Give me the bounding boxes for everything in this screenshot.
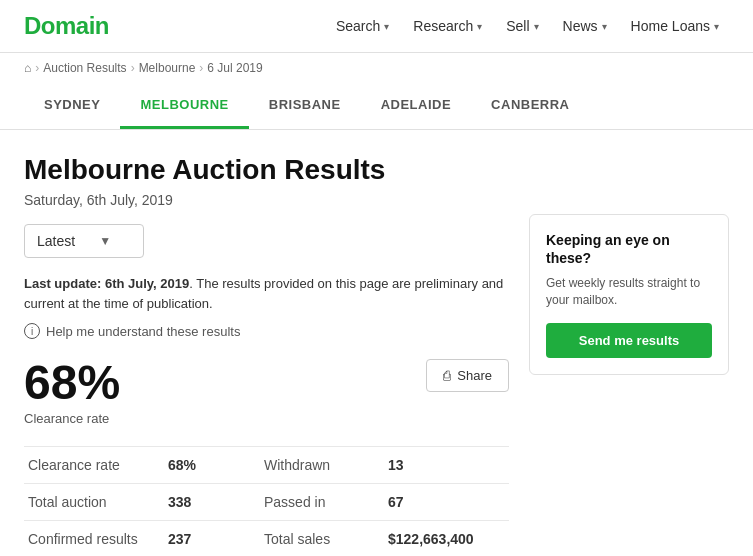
widget-text: Get weekly results straight to your mail… — [546, 275, 712, 309]
chevron-down-icon: ▾ — [384, 21, 389, 32]
nav-research[interactable]: Research ▾ — [403, 12, 492, 40]
nav-search[interactable]: Search ▾ — [326, 12, 399, 40]
info-icon: i — [24, 323, 40, 339]
share-button[interactable]: ⎙ Share — [426, 359, 509, 392]
table-row: Total auction 338 Passed in 67 — [24, 484, 509, 521]
top-nav: Search ▾ Research ▾ Sell ▾ News ▾ Home L… — [326, 12, 729, 40]
clearance-rate-display: 68% Clearance rate — [24, 359, 120, 426]
send-results-button[interactable]: Send me results — [546, 323, 712, 358]
clearance-rate-value: 68% — [24, 359, 120, 407]
stats-table: Clearance rate 68% Withdrawn 13 Total au… — [24, 446, 509, 556]
breadcrumb-auction-results[interactable]: Auction Results — [43, 61, 126, 75]
stat-label2: Withdrawn — [244, 447, 384, 484]
breadcrumb-melbourne[interactable]: Melbourne — [139, 61, 196, 75]
nav-home-loans[interactable]: Home Loans ▾ — [621, 12, 729, 40]
header: Domain Search ▾ Research ▾ Sell ▾ News ▾… — [0, 0, 753, 53]
stat-value: 338 — [164, 484, 244, 521]
sidebar-widget: Keeping an eye on these? Get weekly resu… — [529, 214, 729, 375]
stat-value: 68% — [164, 447, 244, 484]
nav-sell[interactable]: Sell ▾ — [496, 12, 548, 40]
main-content: Melbourne Auction Results Saturday, 6th … — [0, 130, 753, 556]
stat-value2: 67 — [384, 484, 509, 521]
table-row: Confirmed results 237 Total sales $122,6… — [24, 521, 509, 557]
tab-adelaide[interactable]: ADELAIDE — [361, 83, 471, 129]
tab-melbourne[interactable]: MELBOURNE — [120, 83, 248, 129]
share-icon: ⎙ — [443, 368, 451, 383]
widget-title: Keeping an eye on these? — [546, 231, 712, 267]
page-title: Melbourne Auction Results — [24, 154, 509, 186]
breadcrumb-separator: › — [199, 61, 203, 75]
results-content: Melbourne Auction Results Saturday, 6th … — [24, 154, 509, 556]
chevron-down-icon: ▾ — [477, 21, 482, 32]
stat-label: Total auction — [24, 484, 164, 521]
stat-label2: Passed in — [244, 484, 384, 521]
breadcrumb-separator: › — [35, 61, 39, 75]
chevron-down-icon: ▾ — [534, 21, 539, 32]
stat-label: Confirmed results — [24, 521, 164, 557]
tab-canberra[interactable]: CANBERRA — [471, 83, 589, 129]
table-row: Clearance rate 68% Withdrawn 13 — [24, 447, 509, 484]
clearance-section: 68% Clearance rate ⎙ Share — [24, 359, 509, 426]
chevron-down-icon: ▾ — [602, 21, 607, 32]
clearance-rate-label: Clearance rate — [24, 411, 120, 426]
stat-label2: Total sales — [244, 521, 384, 557]
help-link[interactable]: i Help me understand these results — [24, 323, 509, 339]
tab-sydney[interactable]: SYDNEY — [24, 83, 120, 129]
stat-value: 237 — [164, 521, 244, 557]
home-icon[interactable]: ⌂ — [24, 61, 31, 75]
chevron-down-icon: ▼ — [99, 234, 111, 248]
stat-value2: $122,663,400 — [384, 521, 509, 557]
update-notice: Last update: 6th July, 2019. The results… — [24, 274, 509, 313]
tab-brisbane[interactable]: BRISBANE — [249, 83, 361, 129]
city-tabs: SYDNEY MELBOURNE BRISBANE ADELAIDE CANBE… — [0, 83, 753, 130]
logo[interactable]: Domain — [24, 12, 109, 40]
breadcrumb: ⌂ › Auction Results › Melbourne › 6 Jul … — [0, 53, 753, 83]
date-filter-dropdown[interactable]: Latest ▼ — [24, 224, 144, 258]
stat-value2: 13 — [384, 447, 509, 484]
stat-label: Clearance rate — [24, 447, 164, 484]
chevron-down-icon: ▾ — [714, 21, 719, 32]
page-subtitle: Saturday, 6th July, 2019 — [24, 192, 509, 208]
nav-news[interactable]: News ▾ — [553, 12, 617, 40]
breadcrumb-separator: › — [131, 61, 135, 75]
breadcrumb-date: 6 Jul 2019 — [207, 61, 262, 75]
date-filter-wrap: Latest ▼ — [24, 224, 509, 258]
